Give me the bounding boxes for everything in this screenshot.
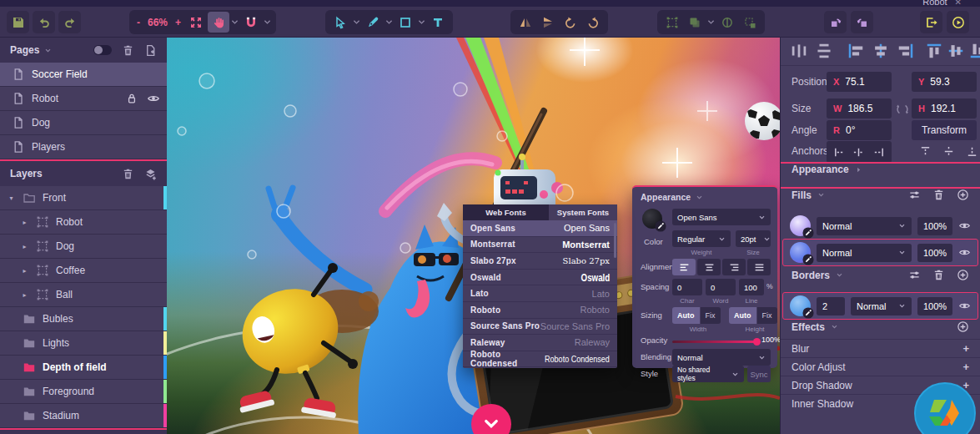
- document-tab[interactable]: Robot ✕: [912, 0, 972, 7]
- style-dropdown[interactable]: No shared styles: [672, 366, 744, 382]
- tab-close-icon[interactable]: ✕: [955, 0, 962, 7]
- align-left-icon[interactable]: [847, 42, 865, 60]
- trash-icon[interactable]: [932, 269, 945, 281]
- align-bottom-icon[interactable]: [968, 42, 980, 60]
- font-row-roboto[interactable]: RobotoRoboto: [463, 302, 617, 319]
- gravit-logo[interactable]: [914, 382, 976, 434]
- expand-icon[interactable]: ▸: [20, 219, 29, 226]
- sync-button[interactable]: Sync: [747, 366, 771, 382]
- text-tool-button[interactable]: [427, 12, 449, 33]
- eye-icon[interactable]: [958, 300, 971, 312]
- undo-button[interactable]: [33, 11, 55, 33]
- ungroup-button[interactable]: [739, 12, 761, 33]
- align-middle-icon[interactable]: [947, 42, 965, 60]
- layer-row-lights[interactable]: Lights: [0, 331, 167, 356]
- font-family-dropdown[interactable]: Open Sans: [672, 209, 771, 225]
- chevron-down-icon[interactable]: [352, 18, 361, 27]
- plus-circle-icon[interactable]: [957, 269, 969, 281]
- size-width-field[interactable]: W 186.5: [827, 98, 892, 119]
- export-button[interactable]: [920, 11, 942, 33]
- opacity-slider[interactable]: [672, 341, 757, 343]
- hand-tool-button[interactable]: [208, 12, 229, 33]
- zoom-in-button[interactable]: +: [172, 17, 184, 28]
- align-right-button[interactable]: [722, 259, 746, 275]
- tab-system-fonts[interactable]: System Fonts: [549, 204, 617, 220]
- rotate-cw-button[interactable]: [582, 12, 604, 33]
- layer-row-dog[interactable]: ▸Dog: [0, 235, 167, 259]
- appearance-section-header[interactable]: Appearance: [781, 164, 980, 175]
- font-row-source-sans-pro[interactable]: Source Sans ProSource Sans Pro: [463, 319, 617, 336]
- fill-opacity-field[interactable]: 100%: [917, 244, 952, 262]
- font-row-montserrat[interactable]: MontserratMontserrat: [463, 237, 617, 254]
- char-spacing-input[interactable]: 0: [672, 279, 702, 295]
- add-layer-icon[interactable]: [144, 168, 157, 180]
- anchor-right-icon[interactable]: [872, 146, 885, 159]
- flip-vertical-button[interactable]: [537, 12, 559, 33]
- add-effect-button[interactable]: +: [962, 342, 969, 355]
- eye-icon[interactable]: [958, 246, 971, 259]
- font-weight-dropdown[interactable]: Regular: [672, 230, 731, 247]
- union-button[interactable]: [684, 12, 706, 33]
- expand-icon[interactable]: ▸: [20, 291, 29, 299]
- layer-row-coffee[interactable]: ▸Coffee: [0, 259, 167, 283]
- width-auto-button[interactable]: Auto: [672, 307, 700, 324]
- border-row[interactable]: 2 Normal 100%: [783, 293, 977, 319]
- font-row-oswald[interactable]: OswaldOswald: [463, 270, 617, 286]
- align-top-icon[interactable]: [925, 42, 943, 60]
- transform-button[interactable]: Transform: [912, 120, 977, 140]
- fill-blend-dropdown[interactable]: Normal: [817, 244, 912, 262]
- preview-button[interactable]: [947, 11, 969, 33]
- snap-button[interactable]: [240, 12, 262, 33]
- link-icon[interactable]: [896, 103, 909, 116]
- zoom-fit-button[interactable]: [185, 12, 207, 33]
- collapse-icon[interactable]: ▾: [7, 194, 16, 202]
- effect-row-blur[interactable]: Blur+: [781, 339, 980, 357]
- font-row-raleway[interactable]: RalewayRaleway: [463, 335, 617, 351]
- align-center-horizontal-icon[interactable]: [872, 42, 890, 60]
- flip-horizontal-button[interactable]: [515, 12, 536, 33]
- width-fix-button[interactable]: Fix: [701, 307, 721, 324]
- blending-dropdown[interactable]: Normal: [672, 349, 771, 366]
- trash-icon[interactable]: [122, 44, 134, 57]
- page-row-robot[interactable]: Robot: [0, 87, 167, 111]
- chevron-down-icon[interactable]: [384, 18, 394, 27]
- font-size-dropdown[interactable]: 20pt: [736, 230, 771, 247]
- send-backward-button[interactable]: [851, 11, 873, 33]
- height-auto-button[interactable]: Auto: [729, 307, 756, 324]
- trash-icon[interactable]: [932, 189, 945, 201]
- chevron-down-icon[interactable]: [230, 18, 239, 27]
- effect-row-color-adjust[interactable]: Color Adjust+: [781, 357, 980, 376]
- position-x-field[interactable]: X 75.1: [827, 72, 892, 92]
- fill-opacity-field[interactable]: 100%: [917, 217, 952, 235]
- fill-blend-dropdown[interactable]: Normal: [817, 217, 912, 235]
- align-center-button[interactable]: [697, 259, 721, 275]
- layer-row-bubles[interactable]: Bubles: [0, 307, 167, 331]
- fill-row[interactable]: Normal 100%: [783, 240, 977, 265]
- border-opacity-field[interactable]: 100%: [917, 297, 952, 315]
- size-height-field[interactable]: H 192.1: [912, 98, 977, 119]
- bring-forward-button[interactable]: [824, 11, 847, 33]
- page-row-soccer-field[interactable]: Soccer Field: [0, 63, 167, 87]
- position-y-field[interactable]: Y 59.3: [912, 72, 977, 92]
- fill-color-swatch[interactable]: [790, 215, 811, 236]
- distribute-vertical-icon[interactable]: [815, 42, 833, 60]
- eye-icon[interactable]: [147, 92, 160, 105]
- canvas-viewport[interactable]: Web Fonts System Fonts Open SansOpen San…: [167, 38, 780, 434]
- save-button[interactable]: [7, 11, 29, 33]
- page-row-players[interactable]: Players: [0, 135, 167, 159]
- layer-row-ball[interactable]: ▸Ball: [0, 283, 167, 307]
- scrollbar[interactable]: [614, 223, 616, 258]
- pointer-tool-button[interactable]: [329, 12, 351, 33]
- shape-tool-button[interactable]: [395, 12, 416, 33]
- group-button[interactable]: [661, 12, 683, 33]
- chevron-down-icon[interactable]: [263, 18, 272, 27]
- layer-row-foreground[interactable]: Foreground: [0, 380, 167, 404]
- anchor-left-icon[interactable]: [833, 146, 846, 159]
- zoom-level[interactable]: 66%: [144, 17, 171, 28]
- eye-icon[interactable]: [958, 220, 971, 232]
- angle-field[interactable]: R 0°: [827, 120, 892, 140]
- chevron-down-icon[interactable]: [44, 47, 52, 54]
- layer-row-front[interactable]: ▾Front: [0, 186, 167, 210]
- align-justify-button[interactable]: [747, 259, 771, 275]
- chevron-down-icon[interactable]: [831, 323, 838, 331]
